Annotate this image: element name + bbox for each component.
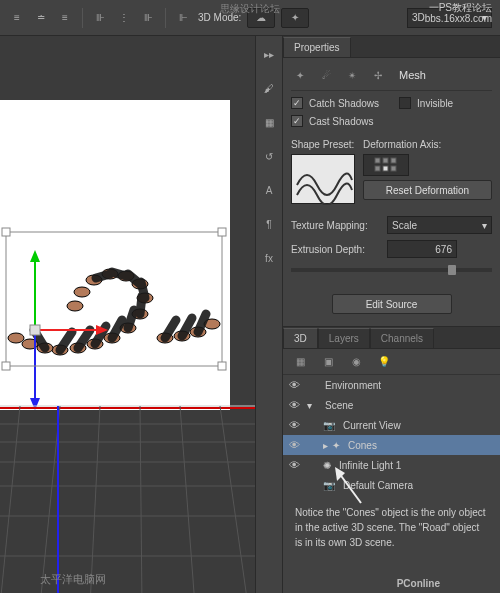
distribute-icon[interactable]: ⊪ (139, 9, 157, 27)
item-label: Environment (325, 380, 381, 391)
svg-line-57 (180, 406, 195, 593)
mesh-label: Mesh (399, 69, 426, 81)
edit-source-button[interactable]: Edit Source (332, 294, 452, 314)
align-icon[interactable]: ≡ (8, 9, 26, 27)
svg-line-66 (339, 473, 361, 503)
svg-point-11 (74, 287, 90, 297)
svg-rect-43 (2, 362, 10, 370)
tab-channels[interactable]: Channels (370, 328, 434, 348)
vertical-tool-dock: ▸▸ 🖌 ▦ ↺ A ¶ fx (255, 36, 283, 593)
brush-icon[interactable]: 🖌 (259, 78, 279, 98)
svg-point-19 (8, 333, 24, 343)
svg-line-58 (220, 406, 248, 593)
scene-item-environment[interactable]: 👁Environment (283, 375, 500, 395)
3d-panel-tabs: 3D Layers Channels (283, 327, 500, 349)
tab-layers[interactable]: Layers (318, 328, 370, 348)
light-icon[interactable]: ✦ (281, 8, 309, 28)
svg-line-53 (0, 406, 20, 593)
scene-item-default-camera[interactable]: 📷Default Camera (283, 475, 500, 495)
visibility-icon[interactable]: 👁 (289, 419, 303, 431)
chk-label: Invisible (417, 98, 453, 109)
align-icon[interactable]: ≡ (56, 9, 74, 27)
cones-object (8, 269, 220, 355)
shape-preset-thumb[interactable] (291, 154, 355, 204)
extrusion-depth-input[interactable]: 676 (387, 240, 457, 258)
distribute-icon[interactable]: ⋮ (115, 9, 133, 27)
filter-scene-icon[interactable]: ▦ (291, 353, 309, 371)
3d-scene-list: 👁Environment 👁▾Scene 👁📷Current View 👁▸✦C… (283, 375, 500, 495)
svg-rect-61 (383, 158, 388, 163)
cap-icon[interactable]: ✴ (343, 66, 361, 84)
svg-rect-40 (30, 325, 40, 335)
align-icon[interactable]: ≐ (32, 9, 50, 27)
texture-mapping-label: Texture Mapping: (291, 220, 381, 231)
cn-title: 思缘设计论坛 (220, 2, 280, 16)
svg-marker-35 (30, 250, 40, 262)
char-icon[interactable]: A (259, 180, 279, 200)
item-label: Cones (348, 440, 377, 451)
svg-rect-65 (391, 166, 396, 171)
catch-shadows-checkbox[interactable]: ✓ (291, 97, 303, 109)
filter-light-icon[interactable]: 💡 (375, 353, 393, 371)
scene-item-scene[interactable]: 👁▾Scene (283, 395, 500, 415)
invisible-checkbox[interactable] (399, 97, 411, 109)
annotation-note: Notice the "Cones" object is the only ob… (283, 495, 500, 560)
mesh-icon: ✦ (332, 440, 340, 451)
chk-label: Cast Shadows (309, 116, 373, 127)
svg-rect-63 (375, 166, 380, 171)
viewport[interactable] (0, 36, 255, 593)
history-icon[interactable]: ↺ (259, 146, 279, 166)
tab-icon[interactable]: ▸▸ (259, 44, 279, 64)
texture-mapping-dropdown[interactable]: Scale▾ (387, 216, 492, 234)
cast-shadows-checkbox[interactable]: ✓ (291, 115, 303, 127)
scene-item-infinite-light[interactable]: 👁✺Infinite Light 1 (283, 455, 500, 475)
svg-line-55 (90, 406, 100, 593)
mesh-icon[interactable]: ✦ (291, 66, 309, 84)
svg-rect-44 (218, 362, 226, 370)
extrusion-depth-label: Extrusion Depth: (291, 244, 381, 255)
svg-rect-64 (383, 166, 388, 171)
svg-line-23 (112, 320, 122, 338)
separator (82, 8, 83, 28)
svg-rect-41 (2, 228, 10, 236)
watermark-line: 一PS教程论坛 (425, 2, 492, 13)
annotation-arrow-icon (331, 467, 371, 507)
distribute-icon[interactable]: ⊩ (174, 9, 192, 27)
svg-rect-62 (391, 158, 396, 163)
watermark-line: bbs.16xx8.com (425, 13, 492, 24)
visibility-icon[interactable]: 👁 (289, 399, 303, 411)
deformation-axis-grid[interactable] (363, 154, 409, 176)
visibility-icon[interactable]: 👁 (289, 439, 303, 451)
filter-mesh-icon[interactable]: ▣ (319, 353, 337, 371)
deformation-axis-label: Deformation Axis: (363, 139, 492, 150)
svg-line-29 (96, 274, 110, 278)
fx-icon[interactable]: fx (259, 248, 279, 268)
svg-line-56 (140, 406, 142, 593)
distribute-icon[interactable]: ⊪ (91, 9, 109, 27)
coord-icon[interactable]: ✢ (369, 66, 387, 84)
dd-value: Scale (392, 220, 417, 231)
visibility-icon[interactable]: 👁 (289, 459, 303, 471)
canvas-3d[interactable] (0, 100, 230, 410)
reset-deformation-button[interactable]: Reset Deformation (363, 180, 492, 200)
scene-item-cones[interactable]: 👁▸✦Cones (283, 435, 500, 455)
svg-rect-60 (375, 158, 380, 163)
para-icon[interactable]: ¶ (259, 214, 279, 234)
svg-point-12 (67, 301, 83, 311)
extrusion-slider[interactable] (291, 268, 492, 272)
footer-brand: PConline (397, 577, 440, 589)
filter-material-icon[interactable]: ◉ (347, 353, 365, 371)
properties-panel: ✦ ☄ ✴ ✢ Mesh ✓Catch Shadows Invisible ✓C… (283, 58, 500, 326)
visibility-icon[interactable]: 👁 (289, 379, 303, 391)
3d-filter-icons: ▦ ▣ ◉ 💡 (283, 349, 500, 375)
swatch-icon[interactable]: ▦ (259, 112, 279, 132)
tab-3d[interactable]: 3D (283, 328, 318, 348)
scene-item-current-view[interactable]: 👁📷Current View (283, 415, 500, 435)
item-label: Scene (325, 400, 353, 411)
tab-properties[interactable]: Properties (283, 37, 351, 57)
shape-preset-label: Shape Preset: (291, 139, 355, 150)
chk-label: Catch Shadows (309, 98, 379, 109)
note-text: Notice the "Cones" object is the only ob… (295, 507, 486, 548)
svg-rect-42 (218, 228, 226, 236)
deform-icon[interactable]: ☄ (317, 66, 335, 84)
